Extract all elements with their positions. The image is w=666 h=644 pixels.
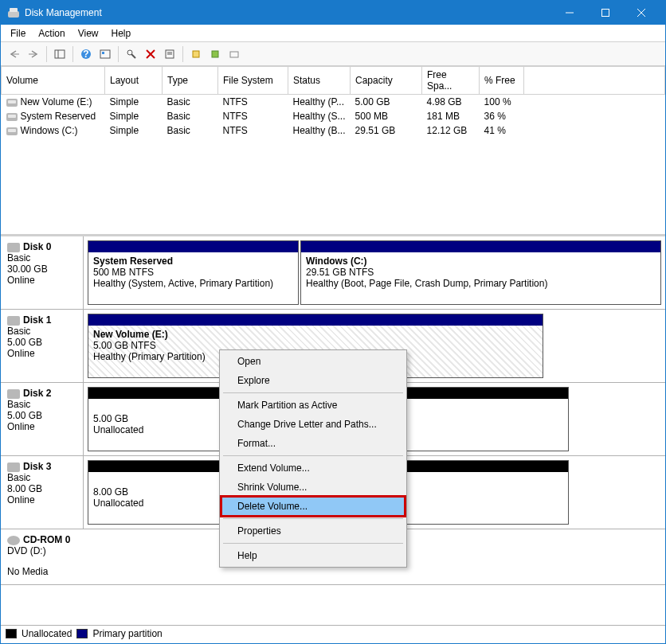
menu-separator <box>223 543 403 544</box>
menu-separator <box>223 518 403 519</box>
menu-help[interactable]: Help <box>105 26 138 41</box>
title-bar: Disk Management <box>1 1 665 25</box>
menu-separator <box>223 392 403 393</box>
action2-icon[interactable] <box>206 45 224 63</box>
disk-icon <box>7 463 20 472</box>
svg-rect-22 <box>212 51 218 57</box>
window-title: Disk Management <box>25 7 551 18</box>
svg-rect-13 <box>102 52 104 54</box>
legend-bar: Unallocated Primary partition <box>1 625 665 641</box>
drive-icon <box>6 113 18 121</box>
legend-swatch-primary <box>76 629 88 638</box>
show-hide-button[interactable] <box>51 45 69 63</box>
help-icon[interactable]: ? <box>77 45 95 63</box>
svg-rect-1 <box>10 8 18 12</box>
volume-row[interactable]: System Reserved SimpleBasicNTFSHealthy (… <box>2 109 665 123</box>
drive-icon <box>6 127 18 135</box>
ctx-format[interactable]: Format... <box>221 434 405 453</box>
partition-system-reserved[interactable]: System Reserved500 MB NTFSHealthy (Syste… <box>88 240 299 305</box>
volume-list: Volume Layout Type File System Status Ca… <box>1 66 665 236</box>
ctx-change-letter[interactable]: Change Drive Letter and Paths... <box>221 415 405 434</box>
ctx-properties[interactable]: Properties <box>221 521 405 541</box>
disk-icon <box>7 243 20 252</box>
partition-stripe <box>88 241 298 252</box>
ctx-mark-active[interactable]: Mark Partition as Active <box>221 396 405 415</box>
volume-row[interactable]: New Volume (E:) SimpleBasicNTFSHealthy (… <box>2 95 665 110</box>
menu-view[interactable]: View <box>72 26 105 41</box>
menu-file[interactable]: File <box>4 26 32 41</box>
maximize-button[interactable] <box>587 1 623 25</box>
refresh-button[interactable] <box>96 45 114 63</box>
volume-row[interactable]: Windows (C:) SimpleBasicNTFSHealthy (B..… <box>2 123 665 138</box>
ctx-help[interactable]: Help <box>221 546 405 565</box>
menu-bar: File Action View Help <box>1 25 665 42</box>
back-button[interactable] <box>6 45 23 63</box>
legend-label: Unallocated <box>22 628 72 639</box>
svg-line-15 <box>131 54 135 58</box>
partition-windows-c[interactable]: Windows (C:)29.51 GB NTFSHealthy (Boot, … <box>300 240 661 305</box>
toolbar: ? <box>1 42 665 66</box>
delete-icon[interactable] <box>142 45 159 63</box>
col-capacity[interactable]: Capacity <box>351 67 422 95</box>
ctx-explore[interactable]: Explore <box>221 371 405 390</box>
app-icon <box>7 6 20 19</box>
ctx-delete-volume[interactable]: Delete Volume... <box>221 497 405 516</box>
disk-icon <box>7 316 20 326</box>
menu-separator <box>223 455 403 456</box>
action1-icon[interactable] <box>187 45 205 63</box>
disk-icon <box>7 389 20 399</box>
cdrom-icon <box>7 536 20 545</box>
ctx-shrink-volume[interactable]: Shrink Volume... <box>221 478 405 497</box>
legend-label: Primary partition <box>92 628 162 639</box>
drive-icon <box>6 99 18 107</box>
legend-swatch-unallocated <box>6 629 17 638</box>
svg-rect-8 <box>55 50 65 58</box>
properties-icon[interactable] <box>161 45 178 63</box>
svg-rect-23 <box>230 52 238 57</box>
col-layout[interactable]: Layout <box>105 67 163 95</box>
forward-button[interactable] <box>25 45 42 63</box>
partition-stripe <box>88 314 543 326</box>
col-status[interactable]: Status <box>288 67 351 95</box>
col-free[interactable]: Free Spa... <box>422 67 480 95</box>
col-pctfree[interactable]: % Free <box>480 67 524 95</box>
minimize-button[interactable] <box>551 1 587 25</box>
col-type[interactable]: Type <box>163 67 218 95</box>
ctx-extend-volume[interactable]: Extend Volume... <box>221 459 405 478</box>
col-volume[interactable]: Volume <box>2 67 105 95</box>
col-filesystem[interactable]: File System <box>218 67 288 95</box>
svg-rect-12 <box>100 50 110 58</box>
action3-icon[interactable] <box>225 45 243 63</box>
settings-icon[interactable] <box>123 45 140 63</box>
context-menu: Open Explore Mark Partition as Active Ch… <box>219 349 407 568</box>
disk-row: Disk 0 Basic 30.00 GB Online System Rese… <box>1 236 665 310</box>
column-header-row: Volume Layout Type File System Status Ca… <box>2 67 665 95</box>
menu-action[interactable]: Action <box>32 26 71 41</box>
partition-stripe <box>301 241 660 252</box>
ctx-open[interactable]: Open <box>221 352 405 371</box>
close-button[interactable] <box>623 1 659 25</box>
svg-text:?: ? <box>83 49 88 60</box>
svg-rect-3 <box>601 10 609 17</box>
svg-rect-0 <box>8 11 19 18</box>
svg-rect-21 <box>193 51 199 57</box>
